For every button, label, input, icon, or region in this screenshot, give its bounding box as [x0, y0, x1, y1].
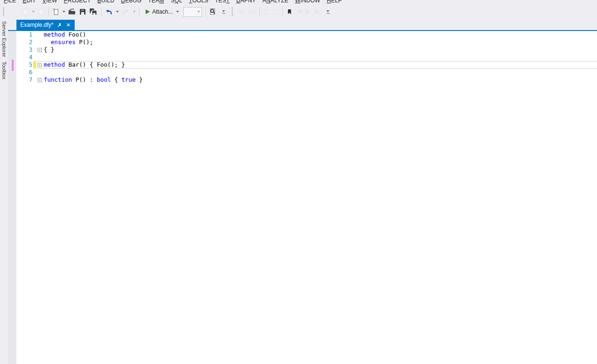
toolbar-separator — [139, 7, 140, 17]
line-number: 4 — [16, 54, 33, 61]
toolbar-overflow-button[interactable] — [219, 9, 228, 15]
find-in-files-icon — [209, 8, 217, 15]
tab-row: Example.dfy* ✕ — [8, 20, 597, 30]
overflow-chevron-icon — [326, 10, 329, 12]
fold-collapse-icon[interactable] — [38, 63, 42, 67]
code-text: method Bar() { Foo(); } — [44, 61, 125, 69]
menu-item-edit[interactable]: EDIT — [19, 0, 39, 4]
toolbar-grip[interactable] — [2, 7, 5, 16]
toolbar-grip[interactable] — [231, 7, 233, 16]
undo-dropdown[interactable] — [116, 11, 119, 13]
find-in-files-button[interactable] — [208, 7, 218, 17]
indent-lines-icon — [248, 10, 253, 14]
code-line-3[interactable]: 3{ } — [16, 46, 597, 54]
toolbar-separator — [48, 7, 49, 17]
menu-item-analyze[interactable]: ANALYZE — [259, 0, 292, 4]
pin-icon[interactable] — [57, 23, 62, 28]
new-file-button[interactable] — [51, 7, 61, 17]
play-icon — [146, 9, 150, 14]
line-number: 6 — [16, 69, 33, 76]
left-margin-strip — [8, 31, 16, 364]
fold-collapse-icon[interactable] — [38, 78, 42, 82]
fold-collapse-icon[interactable] — [38, 48, 42, 52]
autohide-tab-toolbox[interactable]: Toolbox — [1, 62, 7, 79]
redo-button[interactable] — [120, 7, 132, 17]
menu-item-window[interactable]: WINDOW — [292, 0, 324, 4]
code-text: { } — [44, 46, 54, 54]
navigate-back-button[interactable] — [20, 7, 31, 17]
autohide-tab-server-explorer[interactable]: Server Explorer — [1, 21, 7, 57]
navigate-back-dropdown[interactable] — [32, 11, 35, 13]
verification-progress-marker — [12, 60, 14, 71]
toolbar-separator — [259, 7, 260, 17]
undo-icon — [105, 8, 113, 16]
menu-item-debug[interactable]: DEBUG — [118, 0, 145, 4]
bookmark-icon — [305, 9, 309, 15]
menu-item-test[interactable]: TEST — [212, 0, 233, 4]
uncomment-lines-button[interactable] — [271, 7, 280, 17]
menu-item-dafny[interactable]: DAFNY — [233, 0, 259, 4]
tab-example-dfy[interactable]: Example.dfy* ✕ — [16, 20, 75, 30]
menu-item-team[interactable]: TEAM — [145, 0, 167, 4]
bookmark-icon — [288, 9, 291, 15]
code-line-1[interactable]: 1method Foo() — [16, 31, 597, 39]
uncomment-bubble-icon — [273, 10, 279, 14]
menu-item-tools[interactable]: TOOLS — [186, 0, 211, 4]
code-text: ensures P(); — [44, 39, 93, 46]
undo-button[interactable] — [103, 7, 115, 17]
toolbar: Attach... — [0, 4, 597, 20]
new-file-dropdown[interactable] — [62, 11, 65, 13]
code-line-4[interactable]: 4 — [16, 54, 597, 61]
code-text: function P() : bool { true } — [44, 76, 143, 84]
indent-left-icon — [236, 10, 239, 13]
next-arrow-icon — [309, 10, 311, 13]
code-line-6[interactable]: 6 — [16, 69, 597, 76]
combo-dropdown-icon — [197, 11, 200, 13]
save-icon — [79, 8, 86, 15]
open-file-button[interactable] — [67, 7, 78, 17]
menu-item-view[interactable]: VIEW — [39, 0, 60, 4]
redo-icon — [122, 8, 130, 16]
save-button[interactable] — [78, 7, 88, 17]
decrease-indent-button[interactable] — [235, 7, 246, 17]
prev-arrow-icon — [296, 10, 298, 13]
line-number: 5 — [16, 61, 33, 69]
tab-title: Example.dfy* — [20, 22, 54, 28]
menu-item-file[interactable]: FILE — [0, 0, 19, 4]
save-all-icon — [89, 8, 98, 15]
navigate-forward-button[interactable] — [36, 7, 47, 17]
code-line-2[interactable]: 2 ensures P(); — [16, 39, 597, 46]
code-line-5[interactable]: 5method Bar() { Foo(); } — [16, 61, 597, 69]
new-file-icon — [52, 8, 60, 15]
code-line-7[interactable]: 7function P() : bool { true } — [16, 76, 597, 84]
attach-debugger-button[interactable]: Attach... — [141, 7, 182, 17]
toolbar-overflow-button[interactable] — [323, 9, 333, 15]
comment-lines-button[interactable] — [262, 7, 271, 17]
comment-bubble-icon — [264, 10, 270, 14]
navigate-back-icon — [22, 8, 29, 15]
overflow-bar — [222, 13, 225, 14]
menu-item-build[interactable]: BUILD — [94, 0, 117, 4]
bookmark-icon — [315, 9, 318, 15]
previous-bookmark-button[interactable] — [294, 7, 303, 17]
configuration-combobox[interactable] — [183, 7, 202, 17]
navigate-forward-icon — [38, 8, 45, 15]
toggle-bookmark-button[interactable] — [285, 7, 294, 17]
menu-item-help[interactable]: HELP — [324, 0, 345, 4]
close-icon[interactable]: ✕ — [65, 23, 71, 28]
code-editor[interactable]: 1method Foo()2 ensures P();3{ }45method … — [16, 31, 597, 364]
clear-bookmarks-button[interactable]: x — [313, 7, 322, 17]
save-all-button[interactable] — [88, 7, 99, 17]
menu-item-sql[interactable]: SQL — [167, 0, 186, 4]
code-text: method Foo() — [44, 31, 86, 39]
document-area: Server ExplorerToolbox Example.dfy* ✕ 1m… — [0, 20, 597, 364]
increase-indent-button[interactable] — [246, 7, 257, 17]
line-number: 2 — [16, 39, 33, 46]
menu-item-project[interactable]: PROJECT — [61, 0, 94, 4]
editor-group: Example.dfy* ✕ 1method Foo()2 ensures P(… — [8, 20, 597, 364]
attach-label: Attach... — [152, 8, 173, 15]
redo-dropdown[interactable] — [133, 11, 136, 13]
line-number: 1 — [16, 31, 33, 39]
next-bookmark-button[interactable] — [303, 7, 313, 17]
visual-studio-window: FILEEDITVIEWPROJECTBUILDDEBUGTEAMSQLTOOL… — [0, 0, 597, 364]
